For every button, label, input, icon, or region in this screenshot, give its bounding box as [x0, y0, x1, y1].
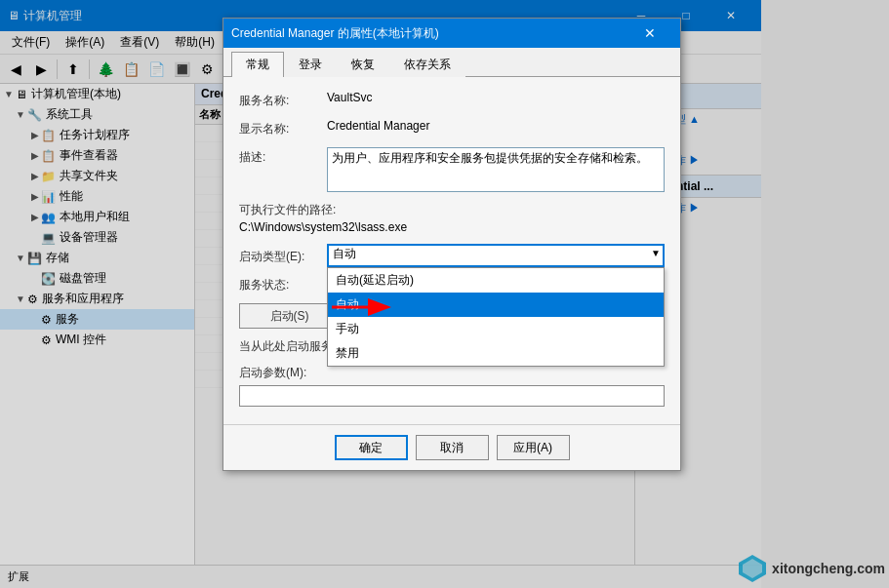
exe-path-label: 可执行文件的路径: — [239, 202, 665, 218]
dialog-body: 服务名称: VaultSvc 显示名称: Credential Manager … — [223, 77, 680, 424]
credential-manager-dialog: Credential Manager 的属性(本地计算机) ✕ 常规 登录 恢复… — [222, 18, 681, 471]
option-auto-delayed[interactable]: 自动(延迟启动) — [328, 268, 664, 293]
option-auto[interactable]: 自动 — [328, 293, 664, 317]
tab-general[interactable]: 常规 — [231, 52, 284, 77]
startup-type-select[interactable]: 自动 — [327, 244, 665, 267]
service-status-label: 服务状态: — [239, 277, 327, 294]
dialog-title-bar: Credential Manager 的属性(本地计算机) ✕ — [223, 19, 680, 48]
description-row: 描述: 为用户、应用程序和安全服务包提供凭据的安全存储和检索。 — [239, 147, 665, 192]
start-params-label: 启动参数(M): — [239, 365, 665, 381]
display-name-row: 显示名称: Credential Manager — [239, 119, 665, 137]
start-button[interactable]: 启动(S) — [239, 303, 340, 329]
main-window: 🖥 计算机管理 ─ □ ✕ 文件(F) 操作(A) 查看(V) 帮助(H) ◀ … — [0, 0, 889, 588]
service-name-label: 服务名称: — [239, 91, 327, 109]
cancel-button[interactable]: 取消 — [416, 435, 489, 460]
startup-type-popup[interactable]: 自动(延迟启动) 自动 手动 禁用 — [327, 267, 665, 367]
tab-login[interactable]: 登录 — [284, 52, 337, 77]
service-name-row: 服务名称: VaultSvc — [239, 91, 665, 109]
startup-type-row: 启动类型(E): 自动 ▼ 自动(延迟启动) 自动 手动 禁用 — [239, 244, 665, 267]
start-params-section: 启动参数(M): — [239, 365, 665, 407]
dialog-title: Credential Manager 的属性(本地计算机) — [231, 25, 627, 42]
display-name-value: Credential Manager — [327, 119, 429, 133]
dialog-close-button[interactable]: ✕ — [627, 19, 672, 48]
startup-type-label: 启动类型(E): — [239, 247, 327, 265]
service-name-value: VaultSvc — [327, 91, 372, 104]
dialog-footer: 确定 取消 应用(A) — [223, 424, 680, 470]
option-manual[interactable]: 手动 — [328, 317, 664, 341]
exe-path-section: 可执行文件的路径: C:\Windows\system32\lsass.exe — [239, 202, 665, 234]
startup-type-dropdown[interactable]: 自动 ▼ 自动(延迟启动) 自动 手动 禁用 — [327, 244, 665, 267]
description-label: 描述: — [239, 147, 327, 166]
startup-type-current: 自动 — [333, 247, 356, 260]
exe-path-value: C:\Windows\system32\lsass.exe — [239, 220, 665, 234]
start-params-input[interactable] — [239, 385, 665, 407]
tab-recovery[interactable]: 恢复 — [337, 52, 389, 77]
description-textarea[interactable]: 为用户、应用程序和安全服务包提供凭据的安全存储和检索。 — [327, 147, 665, 192]
dialog-tabs: 常规 登录 恢复 依存关系 — [223, 48, 680, 77]
display-name-label: 显示名称: — [239, 119, 327, 137]
ok-button[interactable]: 确定 — [335, 435, 408, 460]
apply-button[interactable]: 应用(A) — [497, 435, 570, 460]
option-disabled[interactable]: 禁用 — [328, 341, 664, 366]
tab-dependencies[interactable]: 依存关系 — [389, 52, 465, 77]
